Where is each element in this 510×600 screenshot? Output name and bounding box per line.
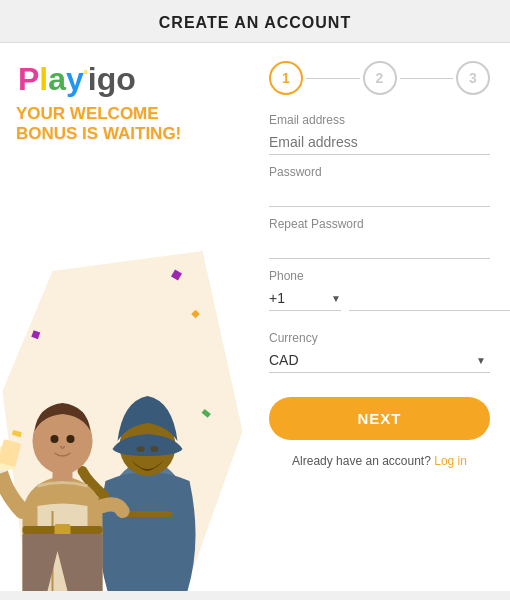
svg-point-15: [51, 435, 59, 443]
step-dash-2: [400, 78, 454, 79]
characters-illustration: [0, 231, 255, 591]
password-label: Password: [269, 165, 490, 179]
left-panel: Play° igo YOUR WELCOME BONUS IS WAITING!: [0, 43, 255, 591]
phone-country-code: +1: [269, 290, 329, 306]
logo-igo: igo: [88, 61, 136, 98]
email-label: Email address: [269, 113, 490, 127]
tagline-line2: BONUS IS WAITING!: [16, 124, 255, 144]
email-field-group: Email address: [269, 113, 490, 155]
next-button[interactable]: NEXT: [269, 397, 490, 440]
password-input[interactable]: [269, 182, 490, 207]
password-field-group: Password: [269, 165, 490, 207]
step-2[interactable]: 2: [363, 61, 397, 95]
have-account-text: Already have an account?: [292, 454, 431, 468]
repeat-password-field-group: Repeat Password: [269, 217, 490, 259]
login-link[interactable]: Log in: [434, 454, 467, 468]
page-title: CREATE AN ACCOUNT: [159, 14, 351, 31]
page-header: CREATE AN ACCOUNT: [0, 0, 510, 43]
currency-label: Currency: [269, 331, 490, 345]
logo-text: Play°: [18, 61, 88, 98]
repeat-password-label: Repeat Password: [269, 217, 490, 231]
email-input[interactable]: [269, 130, 490, 155]
tagline: YOUR WELCOME BONUS IS WAITING!: [0, 98, 255, 145]
phone-country-selector[interactable]: +1 ▼: [269, 286, 341, 311]
step-1[interactable]: 1: [269, 61, 303, 95]
svg-rect-13: [123, 511, 173, 517]
logo-p: P: [18, 61, 39, 97]
step-3[interactable]: 3: [456, 61, 490, 95]
repeat-password-input[interactable]: [269, 234, 490, 259]
phone-number-input[interactable]: [349, 286, 510, 311]
currency-select-wrapper: CAD USD EUR GBP AUD ▼: [269, 348, 490, 373]
logo: Play° igo: [0, 43, 255, 98]
currency-select[interactable]: CAD USD EUR GBP AUD: [269, 348, 490, 372]
main-content: Play° igo YOUR WELCOME BONUS IS WAITING!: [0, 43, 510, 591]
phone-field-group: Phone +1 ▼: [269, 269, 490, 321]
step-dash-1: [306, 78, 360, 79]
login-row: Already have an account? Log in: [269, 454, 490, 468]
tagline-line1: YOUR WELCOME: [16, 104, 255, 124]
svg-point-11: [151, 446, 159, 452]
phone-row: +1 ▼: [269, 286, 490, 311]
phone-country-arrow-icon: ▼: [331, 293, 341, 304]
phone-label: Phone: [269, 269, 490, 283]
currency-field-group: Currency CAD USD EUR GBP AUD ▼: [269, 331, 490, 373]
svg-point-10: [137, 446, 145, 452]
right-panel: 1 2 3 Email address Password Repeat Pass…: [255, 43, 510, 591]
svg-point-16: [67, 435, 75, 443]
steps-indicator: 1 2 3: [269, 61, 490, 95]
